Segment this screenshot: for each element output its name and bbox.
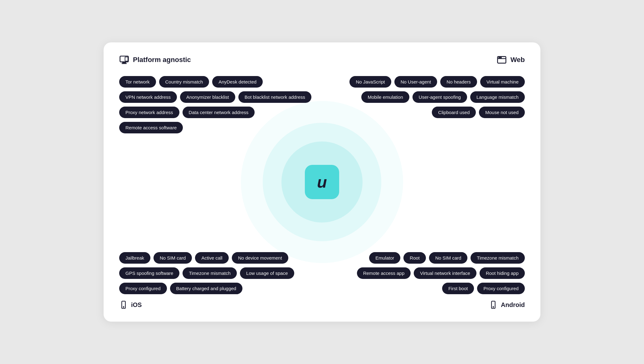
top-left-row-2: VPN network address Anonymizer blacklist…: [119, 91, 316, 103]
bottom-left-row-2: GPS spoofing software Timezone mismatch …: [119, 267, 316, 279]
top-left-row-3: Proxy network address Data center networ…: [119, 107, 316, 118]
tag-virtual-network-interface[interactable]: Virtual network interface: [414, 267, 476, 279]
tag-remote-access-app[interactable]: Remote access app: [357, 267, 411, 279]
tag-jailbreak[interactable]: Jailbreak: [119, 252, 150, 264]
top-left-tags: Tor network Country mismatch AnyDesk det…: [119, 76, 322, 133]
footer-right: Android: [489, 300, 525, 309]
tag-mouse-not-used[interactable]: Mouse not used: [479, 107, 525, 118]
header: Platform agnostic Web: [119, 55, 525, 65]
top-left-row-4: Remote access software: [119, 122, 316, 133]
tag-proxy-network-address[interactable]: Proxy network address: [119, 107, 179, 118]
tag-virtual-machine[interactable]: Virtual machine: [480, 76, 525, 88]
tag-active-call[interactable]: Active call: [195, 252, 229, 264]
tag-battery-charged[interactable]: Battery charged and plugged: [170, 283, 243, 294]
footer: iOS Android: [119, 300, 525, 309]
svg-point-6: [499, 57, 500, 58]
tag-proxy-configured-android[interactable]: Proxy configured: [477, 283, 525, 294]
tag-timezone-mismatch-android[interactable]: Timezone mismatch: [471, 252, 525, 264]
content-grid: Tor network Country mismatch AnyDesk det…: [119, 76, 525, 294]
header-left-title: Platform agnostic: [133, 56, 191, 64]
top-right-row-3: Clipboard used Mouse not used: [432, 107, 525, 118]
footer-android-label: Android: [501, 301, 525, 309]
bottom-right-tags: Emulator Root No SIM card Timezone misma…: [322, 252, 525, 294]
header-right: Web: [497, 55, 525, 65]
bottom-right-row-3: First boot Proxy configured: [442, 283, 525, 294]
tag-clipboard-used[interactable]: Clipboard used: [432, 107, 476, 118]
svg-point-9: [123, 307, 124, 307]
tag-bot-blacklist[interactable]: Bot blacklist network address: [238, 91, 311, 103]
bottom-left-row-1: Jailbreak No SIM card Active call No dev…: [119, 252, 316, 264]
header-right-title: Web: [510, 56, 525, 64]
svg-point-7: [500, 57, 501, 58]
monitor-icon: [119, 55, 129, 65]
svg-rect-3: [125, 57, 128, 61]
bottom-left-tags: Jailbreak No SIM card Active call No dev…: [119, 252, 322, 294]
tag-root[interactable]: Root: [403, 252, 426, 264]
tag-anydesk-detected[interactable]: AnyDesk detected: [212, 76, 263, 88]
tag-no-javascript[interactable]: No JavaScript: [349, 76, 391, 88]
browser-icon: [497, 55, 507, 65]
footer-ios-label: iOS: [131, 301, 142, 309]
mid-left-spacer: [119, 133, 322, 252]
tag-no-sim-card-ios[interactable]: No SIM card: [154, 252, 192, 264]
tag-language-mismatch[interactable]: Language mismatch: [470, 91, 525, 103]
tag-mobile-emulation[interactable]: Mobile emulation: [361, 91, 409, 103]
tag-no-sim-card-android[interactable]: No SIM card: [429, 252, 467, 264]
tag-low-usage-space[interactable]: Low usage of space: [240, 267, 294, 279]
tag-timezone-mismatch-ios[interactable]: Timezone mismatch: [183, 267, 237, 279]
android-phone-icon: [489, 300, 498, 309]
top-right-row-1: No JavaScript No User-agent No headers V…: [349, 76, 525, 88]
tag-remote-access-software[interactable]: Remote access software: [119, 122, 183, 133]
ios-phone-icon: [119, 300, 128, 309]
tag-tor-network[interactable]: Tor network: [119, 76, 156, 88]
tag-no-headers[interactable]: No headers: [440, 76, 477, 88]
tag-no-device-movement[interactable]: No device movement: [232, 252, 288, 264]
tag-emulator[interactable]: Emulator: [369, 252, 400, 264]
tag-datacenter-network[interactable]: Data center network address: [183, 107, 255, 118]
top-right-tags: No JavaScript No User-agent No headers V…: [322, 76, 525, 133]
header-left: Platform agnostic: [119, 55, 191, 65]
tag-anonymizer-blacklist[interactable]: Anonymizer blacklist: [180, 91, 235, 103]
mid-right-spacer: [322, 133, 525, 252]
bottom-right-row-2: Remote access app Virtual network interf…: [357, 267, 525, 279]
tag-country-mismatch[interactable]: Country mismatch: [159, 76, 209, 88]
tag-root-hiding-app[interactable]: Root hiding app: [480, 267, 525, 279]
tag-gps-spoofing[interactable]: GPS spoofing software: [119, 267, 179, 279]
bottom-left-row-3: Proxy configured Battery charged and plu…: [119, 283, 316, 294]
svg-rect-1: [123, 62, 126, 63]
top-right-row-2: Mobile emulation User-agent spoofing Lan…: [361, 91, 525, 103]
tag-no-user-agent[interactable]: No User-agent: [394, 76, 437, 88]
svg-point-11: [493, 307, 494, 307]
tag-first-boot[interactable]: First boot: [442, 283, 474, 294]
footer-left: iOS: [119, 300, 142, 309]
tag-vpn-network-address[interactable]: VPN network address: [119, 91, 177, 103]
tag-user-agent-spoofing[interactable]: User-agent spoofing: [412, 91, 467, 103]
bottom-right-row-1: Emulator Root No SIM card Timezone misma…: [369, 252, 525, 264]
main-card: u Platform agnostic Web: [104, 42, 540, 322]
tag-proxy-configured-ios[interactable]: Proxy configured: [119, 283, 167, 294]
top-left-row-1: Tor network Country mismatch AnyDesk det…: [119, 76, 316, 88]
